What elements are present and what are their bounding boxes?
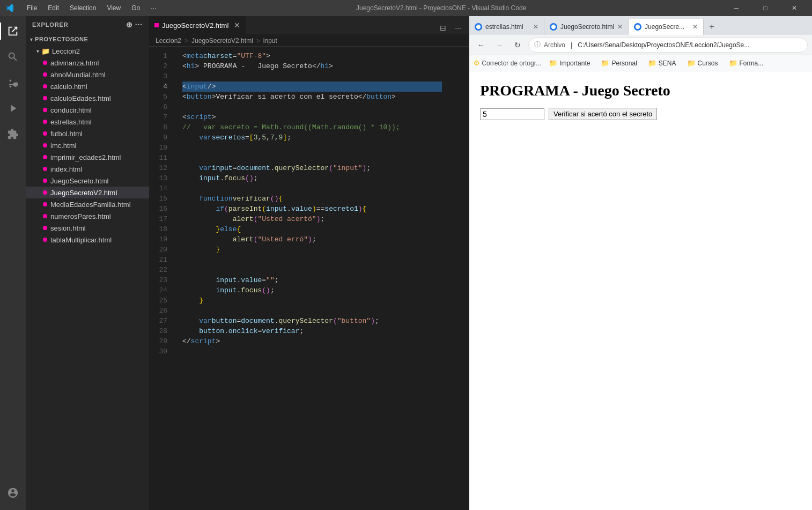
file-dot-icon	[43, 72, 47, 77]
importante-bookmark[interactable]: 📁 Importante	[545, 58, 593, 68]
account-activity-icon[interactable]	[0, 480, 26, 506]
address-bar[interactable]: ⓘ Archivo | C:/Users/Sena/Desktop/Proyec…	[528, 38, 808, 53]
browser-tab-label-estrellas: estrellas.html	[485, 23, 523, 31]
address-path: C:/Users/Sena/Desktop/ProyectosONE/Lecci…	[578, 41, 749, 49]
code-line-12: var input = document.querySelector("inpu…	[182, 163, 442, 173]
file-dot-icon	[43, 120, 47, 124]
browser-content: PROGRAMA - Juego Secreto Verificar si ac…	[469, 71, 812, 510]
menu-selection[interactable]: Selection	[68, 3, 98, 13]
code-line-26	[182, 306, 442, 316]
filename: index.html	[50, 165, 82, 173]
forward-button[interactable]: →	[492, 38, 507, 53]
tab-actions: ⊟ ···	[437, 21, 469, 34]
file-calculo[interactable]: calculo.html	[26, 80, 149, 92]
maximize-button[interactable]: □	[753, 0, 778, 16]
code-line-29: </script>	[182, 336, 442, 346]
line-numbers: 1 2 3 4 5 6 7 8 9 10 11 12 13 14 15 16 1…	[149, 47, 176, 510]
source-control-activity-icon[interactable]	[0, 70, 26, 95]
tab-close-button[interactable]: ✕	[234, 21, 240, 29]
cursos-bookmark[interactable]: 📁 Cursos	[684, 58, 721, 68]
run-activity-icon[interactable]	[0, 95, 26, 121]
tab-bar: JuegoSecretoV2.html ✕ ⊟ ···	[149, 16, 469, 35]
file-mediaEdades[interactable]: MediaEdadesFamilia.html	[26, 198, 149, 210]
file-ahnoMundial[interactable]: ahnoMundial.html	[26, 69, 149, 80]
preview-verify-button[interactable]: Verificar si acertó con el secreto	[549, 108, 657, 120]
menu-more[interactable]: ···	[149, 3, 158, 13]
code-line-17: alert("Usted acertó");	[182, 214, 442, 224]
close-button[interactable]: ✕	[782, 0, 807, 16]
menu-edit[interactable]: Edit	[46, 3, 61, 13]
file-imprimir[interactable]: imprimir_edades2.html	[26, 151, 149, 163]
bookmark-label: Importante	[559, 60, 590, 67]
more-actions-icon[interactable]: ···	[135, 20, 143, 29]
code-editor[interactable]: 1 2 3 4 5 6 7 8 9 10 11 12 13 14 15 16 1…	[149, 47, 469, 510]
filename: ahnoMundial.html	[50, 71, 106, 79]
file-adivinanza[interactable]: adivinanza.html	[26, 57, 149, 69]
bookmark-label: Cursos	[698, 60, 718, 67]
new-file-icon[interactable]: ⊕	[126, 20, 133, 29]
file-futbol[interactable]: futbol.html	[26, 128, 149, 139]
file-imc[interactable]: imc.html	[26, 139, 149, 151]
corrector-bookmark[interactable]: ⚙ Corrector de ortogr...	[474, 59, 541, 67]
file-numerosPares[interactable]: numerosPares.html	[26, 210, 149, 222]
file-dot-icon	[43, 214, 47, 218]
code-line-21	[182, 255, 442, 265]
code-line-19: alert("Usted erró");	[182, 234, 442, 245]
browser-tab-close-juegoSecretoV2[interactable]: ✕	[692, 23, 698, 31]
file-dot-icon	[43, 131, 47, 136]
breadcrumb-symbol[interactable]: input	[263, 37, 277, 45]
browser-tab-juegoSecreto[interactable]: JuegoSecreto.html ✕	[544, 19, 629, 35]
preview-secret-input[interactable]	[480, 108, 544, 120]
title-bar-menu[interactable]: File Edit Selection View Go ···	[25, 3, 158, 13]
title-bar: File Edit Selection View Go ··· JuegoSec…	[0, 0, 812, 16]
tab-filename: JuegoSecretoV2.html	[162, 21, 228, 29]
browser-tab-estrellas[interactable]: estrellas.html ✕	[469, 19, 544, 35]
new-tab-button[interactable]: +	[704, 19, 720, 35]
refresh-button[interactable]: ↻	[510, 38, 525, 53]
split-editor-button[interactable]: ⊟	[437, 21, 449, 34]
active-tab[interactable]: JuegoSecretoV2.html ✕	[149, 16, 246, 34]
root-folder-item[interactable]: ▾ PROYECTOSONE	[26, 33, 149, 45]
sena-bookmark[interactable]: 📁 SENA	[645, 58, 680, 68]
personal-bookmark[interactable]: 📁 Personal	[597, 58, 640, 68]
explorer-title: EXPLORER	[32, 21, 69, 28]
minimize-button[interactable]: ─	[724, 0, 749, 16]
filename: calculoEdades.html	[50, 94, 111, 102]
browser-tab-close-juegoSecreto[interactable]: ✕	[617, 23, 623, 31]
code-line-13: input.focus();	[182, 173, 442, 183]
code-line-25: }	[182, 295, 442, 306]
search-activity-icon[interactable]	[0, 44, 26, 70]
breadcrumb-file[interactable]: JuegoSecretoV2.html	[191, 37, 253, 45]
file-dot-icon	[43, 190, 47, 195]
code-line-16: if(parseInt(input.value) == secreto1){	[182, 204, 442, 214]
minimap	[442, 47, 469, 510]
window-controls: ─ □ ✕	[724, 0, 807, 16]
sub-folder-item[interactable]: ▾ 📁 Leccion2	[26, 45, 149, 57]
filename: sesion.html	[50, 224, 86, 232]
browser-tab-close-estrellas[interactable]: ✕	[533, 23, 538, 31]
back-button[interactable]: ←	[474, 38, 489, 53]
root-folder-label: PROYECTOSONE	[35, 36, 88, 42]
file-conducir[interactable]: conducir.html	[26, 104, 149, 116]
file-juegoSecreto[interactable]: JuegoSecreto.html	[26, 175, 149, 187]
menu-view[interactable]: View	[105, 3, 123, 13]
file-calculoEdades[interactable]: calculoEdades.html	[26, 92, 149, 104]
extensions-activity-icon[interactable]	[0, 121, 26, 147]
file-estrellas[interactable]: estrellas.html	[26, 116, 149, 128]
file-juegoSecretoV2[interactable]: JuegoSecretoV2.html	[26, 187, 149, 198]
file-explorer: ▾ PROYECTOSONE ▾ 📁 Leccion2 adivinanza.h…	[26, 33, 149, 510]
menu-go[interactable]: Go	[129, 3, 142, 13]
file-tablaMultiplicar[interactable]: tablaMultiplicar.html	[26, 234, 149, 246]
file-sesion[interactable]: sesion.html	[26, 222, 149, 234]
filename: conducir.html	[50, 106, 92, 114]
file-index[interactable]: index.html	[26, 163, 149, 175]
menu-file[interactable]: File	[25, 3, 39, 13]
more-tab-actions-button[interactable]: ···	[452, 21, 464, 34]
explorer-activity-icon[interactable]	[0, 18, 26, 44]
sub-folder-label: Leccion2	[52, 47, 80, 55]
code-content[interactable]: <meta charset="UTF-8"> <h1> PROGRAMA - J…	[176, 47, 442, 510]
browser-tab-juegoSecretoV2[interactable]: JuegoSecre... ✕	[629, 19, 704, 35]
breadcrumb-leccion2[interactable]: Leccion2	[156, 37, 181, 45]
forma-bookmark[interactable]: 📁 Forma...	[726, 58, 767, 68]
code-line-2: <h1> PROGRAMA - Juego Secreto</h1>	[182, 61, 442, 71]
